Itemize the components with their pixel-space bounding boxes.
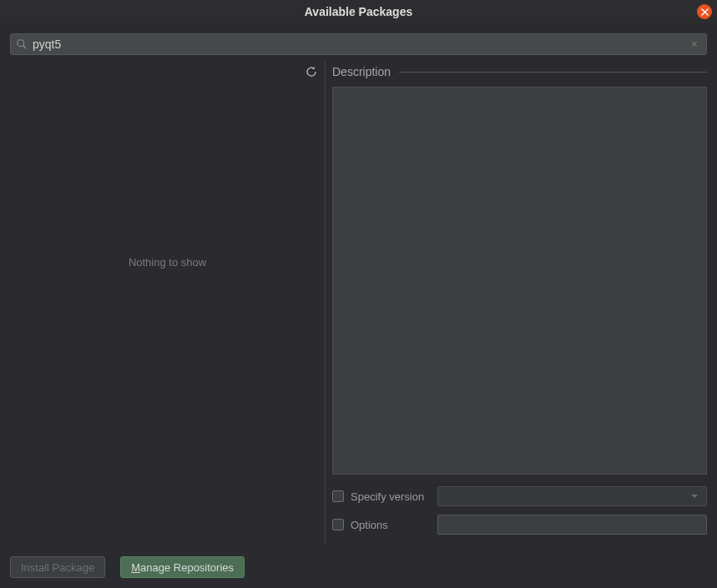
version-select[interactable] xyxy=(437,486,707,506)
refresh-row xyxy=(10,62,325,82)
main-area: Nothing to show Description Specify vers… xyxy=(10,62,707,543)
specify-version-row: Specify version xyxy=(332,486,707,506)
options-row: Options xyxy=(332,515,707,535)
options-label: Options xyxy=(351,519,437,531)
window-title: Available Packages xyxy=(305,5,412,18)
details-pane: Description Specify version Options xyxy=(326,62,707,543)
package-list-pane: Nothing to show xyxy=(10,62,326,543)
options-checkbox[interactable] xyxy=(332,519,344,530)
install-label: Install Package xyxy=(21,561,94,574)
titlebar: Available Packages xyxy=(0,0,717,23)
chevron-down-icon xyxy=(691,495,698,498)
package-list: Nothing to show xyxy=(10,82,325,543)
close-icon xyxy=(701,8,709,16)
options-input[interactable] xyxy=(437,515,707,535)
divider xyxy=(399,72,707,73)
clear-search-button[interactable]: × xyxy=(688,38,701,51)
bottom-bar: Install Package Manage Repositories xyxy=(10,543,707,578)
specify-version-label: Specify version xyxy=(351,490,437,503)
search-input[interactable] xyxy=(33,38,688,51)
specify-version-checkbox[interactable] xyxy=(332,490,344,502)
manage-label: Manage Repositories xyxy=(131,561,234,574)
search-icon xyxy=(16,38,28,50)
svg-line-1 xyxy=(23,46,27,49)
install-package-button: Install Package xyxy=(10,556,105,578)
empty-list-message: Nothing to show xyxy=(129,256,206,269)
manage-repositories-button[interactable]: Manage Repositories xyxy=(120,556,245,578)
description-label: Description xyxy=(332,65,391,78)
search-box: × xyxy=(10,33,707,55)
close-button[interactable] xyxy=(697,4,712,19)
description-box xyxy=(332,87,707,475)
dialog-content: × Nothing to show Description Specify xyxy=(0,23,717,588)
svg-point-0 xyxy=(18,40,24,47)
refresh-icon[interactable] xyxy=(305,65,318,78)
description-header: Description xyxy=(332,62,707,78)
